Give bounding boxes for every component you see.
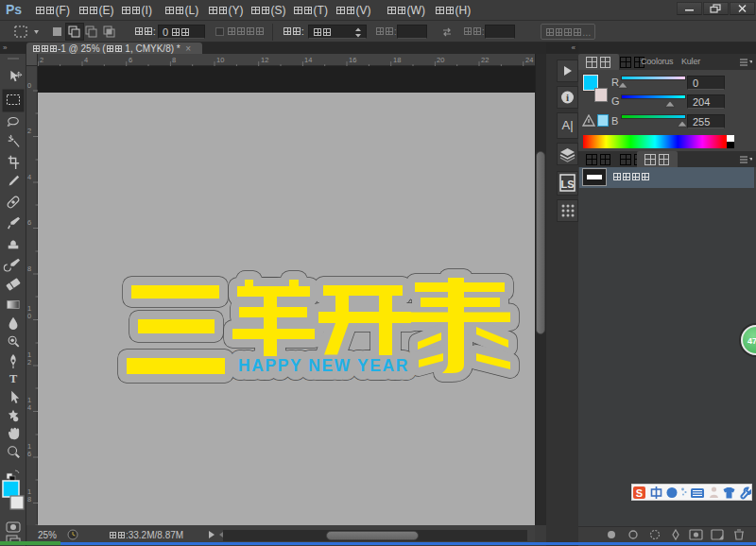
- svg-text:12: 12: [261, 56, 268, 64]
- svg-text:i: i: [566, 92, 569, 103]
- svg-text:2: 2: [27, 127, 31, 135]
- svg-text:22: 22: [481, 56, 489, 64]
- svg-text:24: 24: [525, 56, 533, 64]
- svg-text:14: 14: [304, 56, 312, 64]
- svg-text:8: 8: [172, 56, 176, 64]
- svg-text:20: 20: [437, 56, 444, 64]
- svg-text:0: 0: [27, 81, 31, 90]
- svg-text:0: 0: [27, 312, 31, 320]
- svg-text:LS: LS: [560, 179, 574, 190]
- svg-text:6: 6: [27, 218, 31, 227]
- svg-text:4: 4: [84, 56, 88, 64]
- svg-text:2: 2: [40, 56, 43, 64]
- svg-text:10: 10: [216, 56, 224, 64]
- svg-text:S: S: [636, 487, 643, 499]
- svg-text:4: 4: [27, 403, 31, 412]
- svg-text:6: 6: [129, 56, 132, 64]
- svg-text:8: 8: [27, 264, 31, 273]
- svg-text:16: 16: [349, 56, 356, 64]
- svg-text:18: 18: [393, 56, 401, 64]
- svg-text:6: 6: [27, 450, 31, 458]
- svg-text:T: T: [9, 372, 18, 385]
- svg-text:4: 4: [27, 173, 31, 181]
- svg-text:8: 8: [27, 495, 31, 503]
- svg-text:2: 2: [27, 358, 31, 367]
